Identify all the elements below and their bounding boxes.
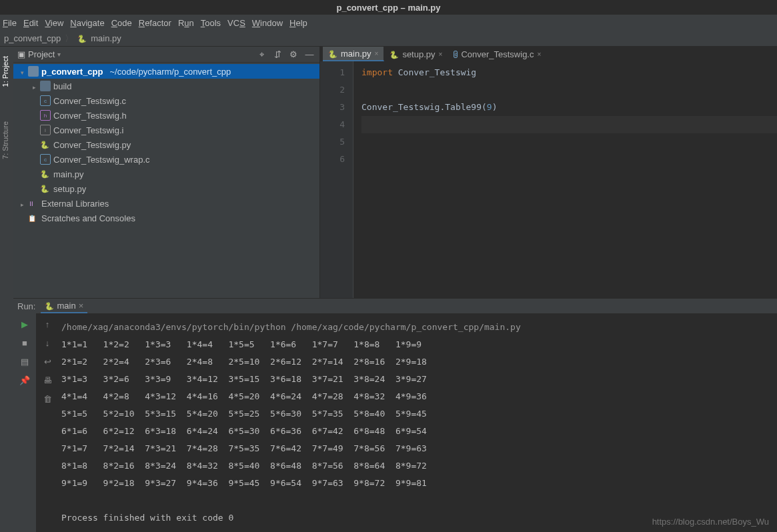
gutter: 123456 — [320, 61, 353, 298]
close-icon[interactable]: × — [439, 51, 443, 58]
locate-icon[interactable]: ⌖ — [255, 49, 267, 61]
titlebar: p_convert_cpp – main.py — [0, 0, 777, 15]
collapse-icon[interactable]: ⇵ — [271, 49, 283, 61]
stop-button[interactable]: ■ — [18, 336, 31, 349]
project-panel-title[interactable]: ▣ Project ▾ — [17, 49, 251, 59]
window-title: p_convert_cpp – main.py — [336, 3, 440, 13]
menu-refactor[interactable]: Refactor — [139, 18, 171, 28]
chevron-right-icon[interactable] — [19, 199, 25, 209]
menubar: File Edit View Navigate Code Refactor Ru… — [0, 15, 777, 31]
python-file-icon — [45, 301, 54, 311]
breadcrumb: p_convert_cpp 〉 main.py — [0, 31, 777, 47]
project-view-icon: ▣ — [17, 49, 25, 59]
menu-tools[interactable]: Tools — [201, 18, 221, 28]
menu-run[interactable]: Run — [178, 18, 194, 28]
tree-file[interactable]: setup.py — [13, 181, 319, 196]
menu-code[interactable]: Code — [111, 18, 132, 28]
folder-icon — [40, 81, 51, 91]
menu-file[interactable]: File — [3, 18, 17, 28]
python-file-icon — [390, 49, 399, 59]
editor-tab-setup[interactable]: setup.py× — [384, 47, 448, 61]
python-file-icon — [40, 139, 51, 150]
editor-tab-conver[interactable]: Conver_Testswig.c× — [448, 47, 547, 61]
project-panel-header: ▣ Project ▾ ⌖ ⇵ ⚙ — — [13, 47, 319, 63]
tree-file[interactable]: Conver_Testswig_wrap.c — [13, 152, 319, 167]
python-file-icon — [77, 33, 87, 43]
close-icon[interactable]: × — [375, 50, 379, 57]
tree-file[interactable]: Conver_Testswig.i — [13, 123, 319, 137]
c-file-icon — [40, 154, 51, 165]
tree-scratches[interactable]: Scratches and Consoles — [13, 211, 319, 225]
chevron-down-icon[interactable] — [19, 67, 25, 77]
i-file-icon — [40, 125, 51, 135]
menu-view[interactable]: View — [45, 18, 63, 28]
close-icon[interactable]: × — [537, 51, 541, 58]
upper-split: ▣ Project ▾ ⌖ ⇵ ⚙ — p_convert_cpp ~/code… — [13, 47, 777, 298]
tree-root[interactable]: p_convert_cpp ~/code/pycharm/p_convert_c… — [13, 64, 319, 79]
chevron-down-icon: ▾ — [57, 51, 61, 58]
workspace: ▣ Project ▾ ⌖ ⇵ ⚙ — p_convert_cpp ~/code… — [13, 47, 777, 532]
editor-tab-main[interactable]: main.py× — [323, 47, 384, 61]
run-body: ▶ ■ ▤ 📌 ↑ ↓ ↩ 🖶 🗑 /home/xag/anaconda3/en… — [13, 313, 777, 532]
tree-external-libs[interactable]: External Libraries — [13, 196, 319, 211]
h-file-icon — [40, 110, 51, 121]
project-tool-tab[interactable]: 1: Project — [0, 52, 11, 91]
project-panel: ▣ Project ▾ ⌖ ⇵ ⚙ — p_convert_cpp ~/code… — [13, 47, 320, 298]
python-file-icon — [40, 169, 51, 179]
breadcrumb-file[interactable]: main.py — [91, 33, 121, 43]
down-icon[interactable]: ↓ — [41, 336, 54, 349]
print-icon[interactable]: 🖶 — [41, 373, 54, 387]
run-panel-header: Run: main × — [13, 299, 777, 313]
tree-file[interactable]: Conver_Testswig.c — [13, 93, 319, 108]
c-file-icon — [454, 51, 458, 58]
python-file-icon — [328, 49, 337, 59]
c-file-icon — [40, 95, 51, 106]
tree-file[interactable]: Conver_Testswig.h — [13, 108, 319, 123]
console-output[interactable]: /home/xag/anaconda3/envs/pytorch/bin/pyt… — [59, 313, 777, 532]
menu-navigate[interactable]: Navigate — [70, 18, 104, 28]
menu-vcs[interactable]: VCS — [227, 18, 245, 28]
python-file-icon — [40, 183, 51, 194]
menu-edit[interactable]: Edit — [23, 18, 38, 28]
folder-icon — [28, 66, 39, 77]
tool-window-strip: 1: Project 7: Structure — [0, 47, 13, 532]
editor: main.py× setup.py× Conver_Testswig.c× 12… — [320, 47, 777, 298]
up-icon[interactable]: ↑ — [41, 317, 54, 331]
chevron-right-icon[interactable] — [31, 81, 37, 91]
pin-icon[interactable]: 📌 — [18, 373, 31, 387]
breadcrumb-root[interactable]: p_convert_cpp — [4, 33, 61, 43]
menu-help[interactable]: Help — [289, 18, 307, 28]
structure-tool-tab[interactable]: 7: Structure — [0, 117, 11, 163]
menu-window[interactable]: Window — [252, 18, 283, 28]
wrap-icon[interactable]: ↩ — [41, 355, 54, 368]
watermark: https://blog.csdn.net/Boys_Wu — [652, 517, 769, 527]
project-tree[interactable]: p_convert_cpp ~/code/pycharm/p_convert_c… — [13, 63, 319, 298]
code-text[interactable]: import Conver_Testswig Conver_Testswig.T… — [353, 61, 777, 298]
tree-folder-build[interactable]: build — [13, 79, 319, 93]
run-toolbar-right: ↑ ↓ ↩ 🖶 🗑 — [36, 313, 59, 532]
gear-icon[interactable]: ⚙ — [287, 49, 299, 61]
layout-icon[interactable]: ▤ — [18, 355, 31, 368]
editor-tabs: main.py× setup.py× Conver_Testswig.c× — [320, 47, 777, 61]
library-icon — [28, 198, 39, 209]
run-toolbar-left: ▶ ■ ▤ 📌 — [13, 313, 36, 532]
close-icon[interactable]: × — [79, 301, 84, 311]
hide-icon[interactable]: — — [303, 49, 315, 61]
run-panel: Run: main × ▶ ■ ▤ 📌 ↑ ↓ ↩ 🖶 🗑 /home/xag/… — [13, 298, 777, 532]
run-label: Run: — [17, 301, 35, 311]
chevron-right-icon: 〉 — [65, 33, 73, 45]
run-tab-main[interactable]: main × — [41, 299, 87, 313]
scratch-icon — [28, 213, 39, 223]
tree-file[interactable]: Conver_Testswig.py — [13, 137, 319, 152]
trash-icon[interactable]: 🗑 — [41, 392, 54, 405]
code-area[interactable]: 123456 import Conver_Testswig Conver_Tes… — [320, 61, 777, 298]
run-button[interactable]: ▶ — [18, 317, 31, 331]
tree-file[interactable]: main.py — [13, 167, 319, 181]
